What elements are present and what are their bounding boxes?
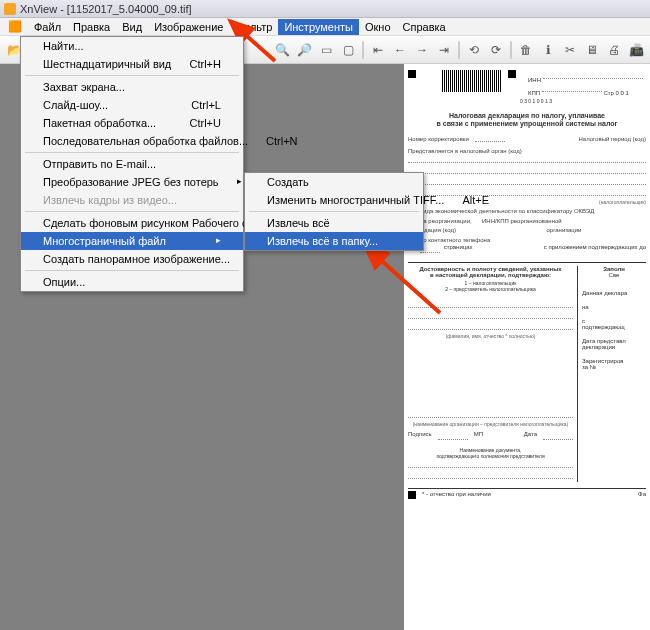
tb-scan-icon[interactable]: 📠	[626, 40, 646, 60]
tb-last-icon[interactable]: ⇥	[434, 40, 454, 60]
doc-l5d: организации	[482, 227, 646, 233]
tools-item-10: Извлечь кадры из видео...	[21, 191, 243, 209]
doc-colR6: подтверждающ	[582, 324, 646, 330]
doc-date: Дата	[524, 431, 537, 443]
menu-item-label: Сделать фоновым рисунком Рабочего стола	[43, 217, 271, 229]
doc-colR4: на	[582, 304, 646, 310]
menu-tools[interactable]: Инструменты	[278, 19, 359, 35]
menu-item-label: Преобразование JPEG без потерь	[43, 176, 219, 188]
menu-item-label: Извлечь всё в папку...	[267, 235, 378, 247]
multipage-item-1[interactable]: Изменить многостраничный TIFF...Alt+E	[245, 191, 423, 209]
tools-item-12[interactable]: Сделать фоновым рисунком Рабочего стола	[21, 214, 243, 232]
doc-str-value: 0 0 1	[616, 90, 629, 96]
tools-item-3[interactable]: Захват экрана...	[21, 78, 243, 96]
app-menu-icon[interactable]: 🟧	[2, 18, 28, 35]
doc-l7c: с приложением подтверждающих до	[544, 244, 646, 256]
document-preview: ИНН КПП Стр 0 0 1 0 3 0 1 0 0 1 3 Налого…	[404, 64, 650, 630]
tools-item-1[interactable]: Шестнадцатиричный видCtrl+H	[21, 55, 243, 73]
doc-sign: Подпись	[408, 431, 432, 443]
menu-item-label: Захват экрана...	[43, 81, 125, 93]
menu-help[interactable]: Справка	[397, 19, 452, 35]
tb-rotate-l-icon[interactable]: ⟲	[464, 40, 484, 60]
menu-file[interactable]: Файл	[28, 19, 67, 35]
tools-item-0[interactable]: Найти...	[21, 37, 243, 55]
doc-mp: МП	[474, 431, 483, 443]
menu-item-shortcut: Ctrl+U	[190, 117, 221, 129]
doc-colR2: Све	[582, 272, 646, 278]
doc-l5c: ИНН/КПП реорганизованной	[482, 218, 646, 224]
doc-colR8: декларации	[582, 344, 646, 350]
doc-sectA4: 2 – представитель налогоплательщика	[408, 286, 573, 292]
tb-rotate-r-icon[interactable]: ⟳	[486, 40, 506, 60]
menubar: 🟧 Файл Правка Вид Изображение Фильтр Инс…	[0, 18, 650, 36]
menu-item-label: Создать панорамное изображение...	[43, 253, 230, 265]
doc-title-1: Налоговая декларация по налогу, уплачива…	[408, 112, 646, 120]
tb-sep	[458, 41, 460, 59]
multipage-item-4[interactable]: Извлечь всё в папку...	[245, 232, 423, 250]
menu-item-label: Изменить многостраничный TIFF...	[267, 194, 444, 206]
doc-sectA: Достоверность и полноту сведений, указан…	[408, 266, 573, 272]
tools-item-16[interactable]: Опции...	[21, 273, 243, 291]
tb-trash-icon[interactable]: 🗑	[516, 40, 536, 60]
doc-org: (наименование организации – представител…	[408, 421, 573, 427]
tb-clip-icon[interactable]: ✂	[560, 40, 580, 60]
tools-item-8[interactable]: Отправить по E-mail...	[21, 155, 243, 173]
tools-item-5[interactable]: Пакетная обработка...Ctrl+U	[21, 114, 243, 132]
menu-item-shortcut: Ctrl+N	[266, 135, 297, 147]
tb-fit-icon[interactable]: ▭	[316, 40, 336, 60]
menu-item-label: Слайд-шоу...	[43, 99, 108, 111]
tools-item-13[interactable]: Многостраничный файл	[21, 232, 243, 250]
menu-item-label: Последовательная обработка файлов...	[43, 135, 248, 147]
doc-l1: Номер корректировки	[408, 136, 469, 144]
menu-edit[interactable]: Правка	[67, 19, 116, 35]
menu-item-label: Многостраничный файл	[43, 235, 166, 247]
tools-item-4[interactable]: Слайд-шоу...Ctrl+L	[21, 96, 243, 114]
doc-title-2: в связи с применением упрощенной системы…	[408, 120, 646, 128]
doc-l2: Представляется в налоговый орган (код)	[408, 148, 646, 154]
doc-kpp-label: КПП	[528, 90, 540, 96]
menu-item-shortcut: Ctrl+L	[191, 99, 221, 111]
menu-item-label: Опции...	[43, 276, 85, 288]
menu-item-label: Найти...	[43, 40, 84, 52]
tb-fwd-icon[interactable]: →	[412, 40, 432, 60]
tb-screen-icon[interactable]: 🖥	[582, 40, 602, 60]
tb-1to1-icon[interactable]: ▢	[338, 40, 358, 60]
menu-separator	[25, 75, 239, 76]
tb-zoomin-icon[interactable]: 🔍	[272, 40, 292, 60]
doc-colR3: Данная деклара	[582, 290, 646, 296]
menu-item-label: Пакетная обработка...	[43, 117, 156, 129]
tools-item-6[interactable]: Последовательная обработка файлов...Ctrl…	[21, 132, 243, 150]
barcode	[442, 70, 502, 92]
tb-zoomout-icon[interactable]: 🔎	[294, 40, 314, 60]
menu-item-label: Создать	[267, 176, 309, 188]
doc-sectA2: в настоящей декларации, подтверждаю:	[408, 272, 573, 278]
menu-item-label: Извлечь кадры из видео...	[43, 194, 177, 206]
menu-image[interactable]: Изображение	[148, 19, 229, 35]
menu-view[interactable]: Вид	[116, 19, 148, 35]
menu-item-label: Отправить по E-mail...	[43, 158, 156, 170]
menu-item-label: Шестнадцатиричный вид	[43, 58, 171, 70]
tb-info-icon[interactable]: ℹ	[538, 40, 558, 60]
doc-l4: Код вида экономической деятельности по к…	[408, 208, 646, 214]
multipage-item-3[interactable]: Извлечь всё	[245, 214, 423, 232]
multipage-item-0[interactable]: Создать	[245, 173, 423, 191]
tb-sep	[510, 41, 512, 59]
app-icon	[4, 3, 16, 15]
menu-separator	[25, 211, 239, 212]
tools-dropdown: Найти...Шестнадцатиричный видCtrl+HЗахва…	[20, 36, 244, 292]
tools-item-9[interactable]: Преобразование JPEG без потерь	[21, 173, 243, 191]
doc-colR10: за №	[582, 364, 646, 370]
tb-print-icon[interactable]: 🖨	[604, 40, 624, 60]
menu-window[interactable]: Окно	[359, 19, 397, 35]
tools-item-14[interactable]: Создать панорамное изображение...	[21, 250, 243, 268]
doc-footR: Фа	[638, 491, 646, 499]
menu-filter[interactable]: Фильтр	[229, 19, 278, 35]
tb-back-icon[interactable]: ←	[390, 40, 410, 60]
menu-item-shortcut: Ctrl+H	[190, 58, 221, 70]
window-title: XnView - [1152017_5.04000_09.tif]	[20, 3, 192, 15]
menu-separator	[249, 211, 419, 212]
doc-str-label: Стр	[603, 90, 613, 96]
tb-first-icon[interactable]: ⇤	[368, 40, 388, 60]
titlebar: XnView - [1152017_5.04000_09.tif]	[0, 0, 650, 18]
menu-item-shortcut: Alt+E	[462, 194, 489, 206]
